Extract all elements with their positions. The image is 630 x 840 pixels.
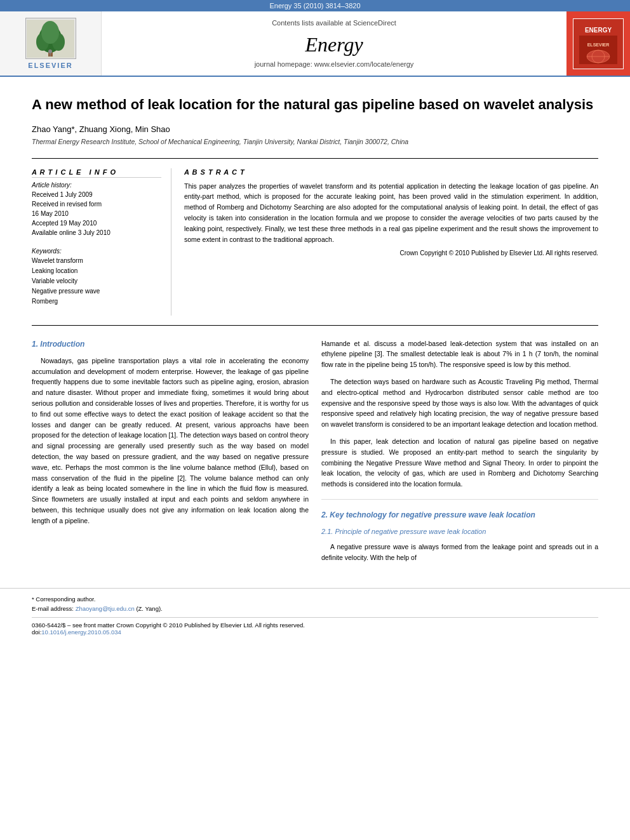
journal-title-section: Contents lists available at ScienceDirec… [102,11,566,76]
article-meta-section: A R T I C L E I N F O Article history: R… [32,158,598,326]
received-revised-label: Received in revised form [32,199,161,209]
abstract-column: A B S T R A C T This paper analyzes the … [184,168,598,316]
section-divider [321,499,598,500]
svg-point-6 [48,50,52,53]
keyword-5: Romberg [32,297,161,307]
section1-heading: 1. Introduction [32,338,309,350]
article-history-section: A R T I C L E I N F O Article history: R… [32,168,161,237]
intro-paragraph-4: In this paper, leak detection and locati… [321,436,598,490]
page-footer: * Corresponding author. E-mail address: … [0,588,630,639]
section2-paragraph-1: A negative pressure wave is always forme… [321,542,598,563]
received-revised-date: 16 May 2010 [32,209,161,218]
email-note: E-mail address: Zhaoyang@tju.edu.cn (Z. … [32,604,598,613]
elsevier-logo: ELSEVIER [25,18,76,69]
svg-text:ELSEVIER: ELSEVIER [587,43,610,47]
elsevier-text: ELSEVIER [28,62,72,69]
intro-paragraph-3: The detection ways based on hardware suc… [321,377,598,430]
intro-paragraph-2: Hamande et al. discuss a model-based lea… [321,338,598,370]
doi-line: doi:10.1016/j.energy.2010.05.034 [32,629,598,636]
elsevier-tree-image [25,18,76,59]
journal-name: Energy [305,33,363,57]
abstract-label: A B S T R A C T [184,168,598,176]
keywords-section: Keywords: Wavelet transform Leaking loca… [32,246,161,307]
abstract-text: This paper analyzes the properties of wa… [184,181,598,245]
copyright-text: Crown Copyright © 2010 Published by Else… [184,250,598,257]
article-info-label: A R T I C L E I N F O [32,168,161,178]
email-name: (Z. Yang). [136,605,162,612]
sciencedirect-link[interactable]: Contents lists available at ScienceDirec… [272,19,396,27]
body-right-column: Hamande et al. discuss a model-based lea… [321,338,598,570]
authors-line: Zhao Yang*, Zhuang Xiong, Min Shao [32,124,598,134]
issn-line: 0360-5442/$ – see front matter Crown Cop… [32,622,598,629]
keyword-1: Wavelet transform [32,256,161,266]
corresponding-author-note: * Corresponding author. [32,595,598,604]
available-date: Available online 3 July 2010 [32,228,161,237]
body-content: 1. Introduction Nowadays, gas pipeline t… [32,338,598,570]
history-title: Article history: [32,182,72,189]
svg-text:ENERGY: ENERGY [585,27,612,34]
svg-point-5 [41,21,59,44]
main-content: A new method of leak location for the na… [0,77,630,582]
energy-journal-logo: ENERGY ELSEVIER [573,18,624,69]
journal-citation-text: Energy 35 (2010) 3814–3820 [269,2,360,10]
body-left-column: 1. Introduction Nowadays, gas pipeline t… [32,338,309,570]
footer-divider [32,617,598,618]
homepage-link: journal homepage: www.elsevier.com/locat… [255,60,414,68]
keyword-2: Leaking location [32,266,161,276]
keyword-3: Variable velocity [32,276,161,286]
journal-citation-bar: Energy 35 (2010) 3814–3820 [0,0,630,11]
received-date: Received 1 July 2009 [32,190,161,199]
affiliation-line: Thermal Energy Research Institute, Schoo… [32,138,598,145]
doi-link[interactable]: 10.1016/j.energy.2010.05.034 [41,629,121,636]
corresponding-label: * Corresponding author. [32,596,95,603]
journal-header: ELSEVIER Contents lists available at Sci… [0,11,630,77]
email-link[interactable]: Zhaoyang@tju.edu.cn [76,605,135,612]
keyword-4: Negative pressure wave [32,286,161,297]
doi-label: doi: [32,629,41,636]
energy-logo-section: ENERGY ELSEVIER [566,11,630,76]
history-label: Article history: [32,180,161,190]
email-label: E-mail address: [32,605,74,612]
intro-paragraph-1: Nowadays, gas pipeline transportation pl… [32,356,309,526]
section2-1-heading: 2.1. Principle of negative pressure wave… [321,526,598,538]
sciencedirect-prefix: Contents lists available at ScienceDirec… [272,19,396,27]
keywords-label: Keywords: [32,246,161,256]
elsevier-logo-section: ELSEVIER [0,11,102,76]
keywords-title: Keywords: [32,248,62,255]
section2-heading: 2. Key technology for negative pressure … [321,509,598,521]
article-title: A new method of leak location for the na… [32,96,598,114]
article-info-column: A R T I C L E I N F O Article history: R… [32,168,171,316]
accepted-date: Accepted 19 May 2010 [32,218,161,228]
